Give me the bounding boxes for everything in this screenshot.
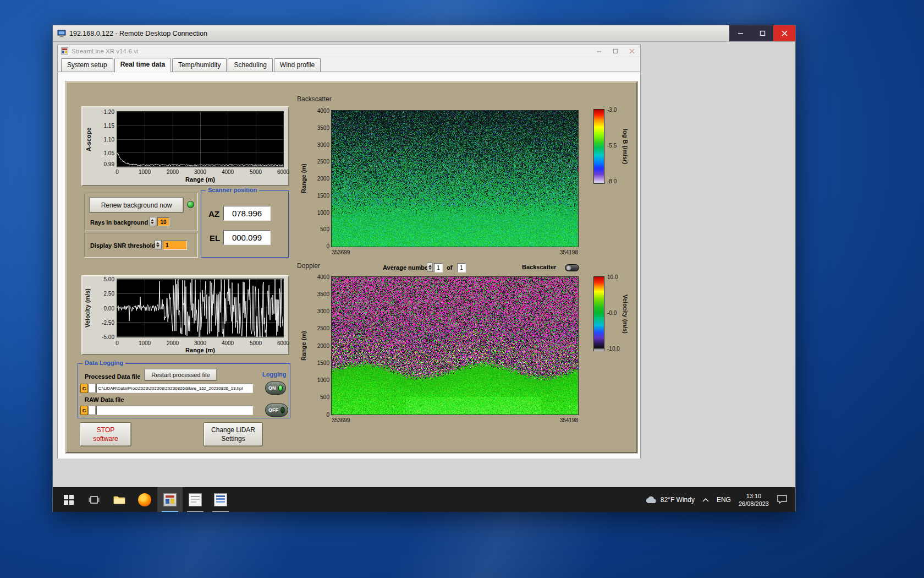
taskbar: 82°F Windy ENG 13:10 26/08/2023	[53, 487, 795, 512]
background-frame: Renew background now Rays in background …	[84, 193, 198, 231]
average-number-spinner[interactable]	[427, 263, 433, 272]
off-toggle-label: OFF	[268, 407, 278, 413]
app-close-button[interactable]	[624, 45, 640, 57]
backscatter-colorbar	[593, 109, 604, 184]
change-lidar-settings-button[interactable]: Change LiDAR Settings	[204, 422, 263, 446]
scan-schedule-button[interactable]	[183, 487, 208, 512]
ascope-x-tick: 3000	[189, 169, 211, 175]
app-window: StreamLine XR v14-6.vi System setup Real…	[57, 45, 641, 459]
processed-path-browse-icon[interactable]	[89, 384, 96, 393]
scanner-position-title: Scanner position	[206, 187, 259, 193]
processed-data-file-label: Processed Data file	[85, 373, 141, 380]
snr-threshold-label: Display SNR threshold	[90, 242, 156, 249]
app-window-title: StreamLine XR v14-6.vi	[72, 48, 138, 54]
firefox-button[interactable]	[132, 487, 157, 512]
doppler-colorbar-label: Velocity (m/s)	[621, 276, 630, 351]
ascope-chart: A-scope 1.20 1.15 1.10 1.05 0.99 0 1000	[81, 106, 289, 186]
raw-drive-box[interactable]: C	[80, 406, 88, 415]
processed-logging-toggle[interactable]: ON	[265, 381, 286, 395]
snr-frame: Display SNR threshold 1	[84, 233, 198, 258]
backscatter-y-ticks: 4000 3500 3000 2500 2000 1500 1000 500 0	[311, 111, 329, 247]
task-view-button[interactable]	[81, 487, 107, 512]
ascope-plot-area	[117, 111, 284, 167]
tab-system-setup[interactable]: System setup	[61, 58, 113, 72]
app-minimize-button[interactable]	[591, 45, 607, 57]
raw-logging-toggle[interactable]: OFF	[265, 403, 288, 417]
tab-temp-humidity[interactable]: Temp/humidity	[172, 58, 227, 72]
tab-wind-profile[interactable]: Wind profile	[274, 58, 321, 72]
raw-path-browse-icon[interactable]	[89, 406, 96, 415]
average-total-field[interactable]: 1	[457, 263, 466, 272]
restart-processed-file-button[interactable]: Restart processed file	[144, 369, 217, 381]
off-lamp	[280, 407, 285, 413]
ascope-y-ticks: 1.20 1.15 1.10 1.05 0.99	[94, 112, 114, 167]
rays-in-background-label: Rays in background	[90, 219, 148, 226]
weather-widget[interactable]: 82°F Windy	[645, 495, 695, 504]
app-icon	[61, 47, 68, 54]
doppler-x-start: 353699	[332, 417, 350, 423]
on-toggle-label: ON	[268, 385, 276, 391]
average-number-field[interactable]: 1	[434, 263, 443, 272]
rdp-window: 192.168.0.122 - Remote Desktop Connectio…	[52, 25, 796, 512]
data-logging-title: Data Logging	[82, 359, 125, 366]
background-status-led	[187, 201, 194, 208]
stop-software-button[interactable]: STOP software	[80, 422, 131, 446]
start-button[interactable]	[56, 487, 81, 512]
maximize-button[interactable]	[751, 25, 773, 41]
raw-path-field[interactable]	[96, 406, 253, 415]
tray-chevron[interactable]	[702, 495, 709, 505]
backscatter-display-switch[interactable]	[565, 264, 579, 271]
az-value-field[interactable]: 078.996	[223, 206, 271, 221]
close-button[interactable]	[773, 25, 795, 41]
rdp-window-title: 192.168.0.122 - Remote Desktop Connectio…	[69, 30, 207, 37]
backscatter-x-axis: 353699 354198	[332, 249, 578, 255]
doppler-plot-title: Doppler	[297, 262, 320, 270]
app-restore-button[interactable]	[607, 45, 624, 57]
language-indicator[interactable]: ENG	[717, 496, 731, 504]
doppler-x-end: 354198	[560, 417, 578, 423]
snr-spinner[interactable]	[155, 240, 162, 249]
velocity-x-tick: 4000	[217, 340, 239, 346]
minimize-button[interactable]	[729, 25, 751, 41]
ascope-x-tick: 5000	[245, 169, 267, 175]
velocity-x-tick: 5000	[245, 340, 267, 346]
velocity-x-tick: 3000	[189, 340, 211, 346]
ascope-x-tick: 1000	[134, 169, 156, 175]
processed-drive-box[interactable]: C	[80, 384, 88, 393]
el-label: EL	[210, 233, 220, 243]
velocity-plot-area	[117, 279, 284, 337]
chevron-up-icon	[702, 498, 709, 503]
clock[interactable]: 13:10 26/08/2023	[739, 492, 769, 508]
rays-spinner[interactable]	[149, 217, 156, 226]
file-explorer-button[interactable]	[107, 487, 132, 512]
app-titlebar[interactable]: StreamLine XR v14-6.vi	[58, 45, 640, 57]
folder-icon	[113, 495, 125, 505]
tab-real-time-data[interactable]: Real time data	[114, 58, 171, 72]
tab-scheduling[interactable]: Scheduling	[228, 58, 272, 72]
doppler-x-axis: 353699 354198	[332, 417, 578, 423]
ascope-x-tick: 2000	[162, 169, 184, 175]
backscatter-plot-area	[331, 110, 579, 247]
document-app-button[interactable]	[208, 487, 233, 512]
notification-center-button[interactable]	[777, 493, 788, 506]
on-lamp	[278, 385, 283, 391]
el-value-field[interactable]: 000.099	[223, 230, 271, 245]
weather-text: 82°F Windy	[661, 496, 695, 504]
renew-background-button[interactable]: Renew background now	[89, 197, 184, 213]
notification-icon	[777, 493, 788, 504]
raw-data-file-label: RAW Data file	[85, 396, 124, 403]
ascope-x-tick: 4000	[217, 169, 239, 175]
processed-path-field[interactable]: C:\LiDAR\Data\Proc\2023\202308\20230826\…	[96, 384, 253, 393]
streamline-app-button[interactable]	[157, 487, 183, 512]
settings-line2: Settings	[221, 434, 245, 443]
velocity-chart: Velocity (m/s) 5.00 2.50 0.00 -2.50 -5.0…	[81, 275, 289, 355]
rdp-titlebar[interactable]: 192.168.0.122 - Remote Desktop Connectio…	[53, 25, 795, 42]
az-label: AZ	[208, 209, 219, 219]
velocity-y-ticks: 5.00 2.50 0.00 -2.50 -5.00	[92, 279, 114, 337]
snr-value-field[interactable]: 1	[163, 241, 187, 250]
velocity-x-tick: 6000	[272, 340, 294, 346]
rays-value-field[interactable]: 10	[157, 217, 169, 226]
streamline-app-icon	[163, 493, 177, 506]
clock-date: 26/08/2023	[739, 500, 769, 508]
velocity-x-tick: 2000	[162, 340, 184, 346]
